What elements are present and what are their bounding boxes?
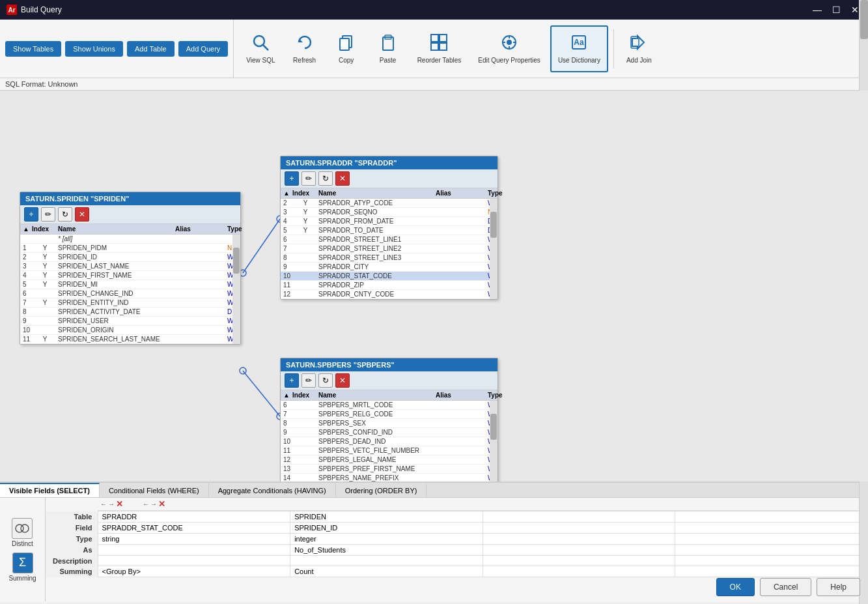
col2-field[interactable]: SPRIDEN_ID — [290, 523, 483, 534]
reorder-tables-button[interactable]: Reorder Tables — [410, 25, 469, 72]
col4-field[interactable] — [675, 523, 868, 534]
add-table-button[interactable]: Add Table — [127, 41, 175, 57]
col1-table[interactable]: SPRADDR — [98, 511, 290, 523]
table-row[interactable]: 4YSPRIDEN_FIRST_NAMEWChar — [20, 271, 240, 280]
table-row[interactable]: 12SPRADDR_CNTY_CODEWChar — [281, 290, 497, 299]
cancel-button[interactable]: Cancel — [760, 578, 811, 596]
tab-ordering[interactable]: Ordering (ORDER BY) — [336, 483, 427, 497]
tab-conditional-fields[interactable]: Conditional Fields (WHERE) — [100, 483, 209, 497]
col3-table[interactable] — [483, 511, 675, 523]
table-row[interactable]: 9SPBPERS_CONFID_INDWChar — [281, 428, 497, 437]
table-row[interactable]: 7YSPRIDEN_ENTITY_INDWChar — [20, 298, 240, 308]
nav-right-btn[interactable]: → — [108, 500, 115, 508]
col3-field[interactable] — [483, 523, 675, 534]
col3-description[interactable] — [483, 556, 675, 566]
col1-as[interactable] — [98, 545, 290, 556]
table-row[interactable]: 3YSPRADDR_SEQNONumeric — [281, 208, 497, 217]
spbpers-scrollbar[interactable] — [490, 401, 497, 482]
col2-as[interactable]: No_of_Students — [290, 545, 483, 556]
nav-close-btn2[interactable]: ✕ — [158, 499, 165, 509]
table-row[interactable]: 8SPRADDR_STREET_LINE3WChar — [281, 253, 497, 263]
spraddr-scrollbar[interactable] — [490, 199, 497, 299]
table-row[interactable]: 6SPRIDEN_CHANGE_INDWChar — [20, 289, 240, 298]
col1-summing[interactable]: <Group By> — [98, 566, 290, 577]
table-row[interactable]: 9SPRIDEN_USERWChar — [20, 317, 240, 326]
col3-summing[interactable] — [483, 566, 675, 577]
spriden-add-btn[interactable]: + — [24, 207, 38, 222]
table-row[interactable]: 8SPRIDEN_ACTIVITY_DATEDBTime... — [20, 308, 240, 317]
help-button[interactable]: Help — [817, 578, 860, 596]
table-row[interactable]: 10SPRIDEN_ORIGINWChar — [20, 326, 240, 335]
add-join-button[interactable]: Add Join — [619, 25, 659, 72]
spriden-close-btn[interactable]: ✕ — [75, 207, 89, 222]
table-row[interactable]: 11SPBPERS_VETC_FILE_NUMBERWChar — [281, 446, 497, 455]
distinct-button[interactable]: Distinct — [12, 518, 33, 547]
col4-summing[interactable] — [675, 566, 868, 577]
show-tables-button[interactable]: Show Tables — [5, 41, 61, 57]
table-row[interactable]: 9SPRADDR_CITYWChar — [281, 263, 497, 272]
table-row[interactable]: 10SPBPERS_DEAD_INDWChar — [281, 437, 497, 446]
table-row[interactable]: 7SPRADDR_STREET_LINE2WChar — [281, 244, 497, 253]
table-row[interactable]: 8SPBPERS_SEXWChar — [281, 419, 497, 428]
table-row[interactable]: 4YSPRADDR_FROM_DATEDBTime... — [281, 217, 497, 226]
refresh-button[interactable]: Refresh — [285, 25, 324, 72]
spraddr-refresh-btn[interactable]: ↻ — [318, 171, 333, 186]
table-row[interactable]: 1YSPRIDEN_PIDMNumeric — [20, 244, 240, 253]
col3-type[interactable] — [483, 534, 675, 545]
maximize-btn[interactable]: ☐ — [830, 5, 843, 15]
col4-table[interactable] — [675, 511, 868, 523]
table-row[interactable]: 6SPRADDR_STREET_LINE1WChar — [281, 235, 497, 244]
col2-table[interactable]: SPRIDEN — [290, 511, 483, 523]
nav-left-btn[interactable]: ← — [100, 500, 107, 508]
table-row[interactable]: 11SPRADDR_ZIPWChar — [281, 281, 497, 290]
paste-button[interactable]: Paste — [369, 25, 408, 72]
add-query-button[interactable]: Add Query — [178, 41, 229, 57]
col1-description[interactable] — [98, 556, 290, 566]
table-row[interactable]: 14SPBPERS_NAME_PREFIXWChar — [281, 474, 497, 482]
table-row[interactable]: * [all] — [20, 235, 240, 244]
minimize-btn[interactable]: — — [810, 5, 824, 15]
table-row[interactable]: 3YSPRIDEN_LAST_NAMEWChar — [20, 262, 240, 271]
tab-aggregate-conditionals[interactable]: Aggregate Conditionals (HAVING) — [209, 483, 336, 497]
table-row[interactable]: 5YSPRIDEN_MIWChar — [20, 280, 240, 289]
spbpers-refresh-btn[interactable]: ↻ — [318, 373, 333, 388]
nav-close-btn[interactable]: ✕ — [116, 499, 123, 509]
table-row[interactable]: 6SPBPERS_MRTL_CODEWChar — [281, 401, 497, 410]
table-row[interactable]: 7SPBPERS_RELG_CODEWChar — [281, 410, 497, 419]
col2-description[interactable] — [290, 556, 483, 566]
table-row[interactable]: 2YSPRIDEN_IDWChar — [20, 253, 240, 262]
spbpers-close-btn[interactable]: ✕ — [335, 373, 350, 388]
spbpers-add-btn[interactable]: + — [285, 373, 299, 388]
spriden-edit-btn[interactable]: ✏ — [41, 207, 55, 222]
ok-button[interactable]: OK — [716, 578, 755, 596]
use-dictionary-button[interactable]: Aa Use Dictionary — [550, 25, 608, 72]
show-unions-button[interactable]: Show Unions — [65, 41, 123, 57]
table-row[interactable]: 13SPBPERS_PREF_FIRST_NAMEWChar — [281, 465, 497, 474]
spraddr-edit-btn[interactable]: ✏ — [301, 171, 316, 186]
tab-visible-fields[interactable]: Visible Fields (SELECT) — [0, 483, 100, 497]
col3-as[interactable] — [483, 545, 675, 556]
spriden-refresh-btn[interactable]: ↻ — [58, 207, 72, 222]
spbpers-edit-btn[interactable]: ✏ — [301, 373, 316, 388]
col1-field[interactable]: SPRADDR_STAT_CODE — [98, 523, 290, 534]
col4-description[interactable] — [675, 556, 868, 566]
spraddr-add-btn[interactable]: + — [285, 171, 299, 186]
edit-query-button[interactable]: Edit Query Properties — [471, 25, 548, 72]
table-row[interactable]: 12SPBPERS_LEGAL_NAMEWChar — [281, 455, 497, 465]
summing-button[interactable]: Σ Summing — [8, 553, 36, 582]
view-sql-button[interactable]: View SQL — [239, 25, 282, 72]
spraddr-close-btn[interactable]: ✕ — [335, 171, 350, 186]
table-row[interactable]: 10SPRADDR_STAT_CODEWChar — [281, 272, 497, 281]
col4-type[interactable] — [675, 534, 868, 545]
table-row[interactable]: 5YSPRADDR_TO_DATEDBTime... — [281, 226, 497, 235]
table-row[interactable]: 11YSPRIDEN_SEARCH_LAST_NAMEWCh... — [20, 335, 240, 344]
table-row[interactable]: 2YSPRADDR_ATYP_CODEWChar — [281, 199, 497, 208]
col2-type[interactable]: integer — [290, 534, 483, 545]
col4-as[interactable] — [675, 545, 868, 556]
copy-button[interactable]: Copy — [327, 25, 366, 72]
nav-left-btn2[interactable]: ← — [143, 500, 149, 508]
col1-type[interactable]: string — [98, 534, 290, 545]
col2-summing[interactable]: Count — [290, 566, 483, 577]
nav-right-btn2[interactable]: → — [150, 500, 157, 508]
spriden-scrollbar[interactable] — [232, 235, 240, 344]
